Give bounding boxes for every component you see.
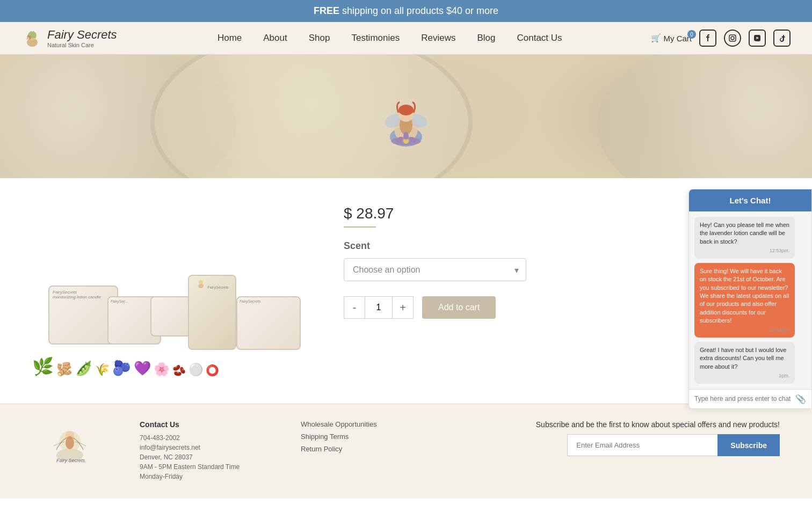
- spice-round: ⭕: [206, 364, 219, 377]
- instagram-icon[interactable]: [724, 30, 741, 47]
- nav-about[interactable]: About: [263, 33, 287, 43]
- price-divider: [344, 226, 376, 228]
- cart-badge: 0: [687, 30, 696, 39]
- chat-msg-text-3: Great! I have not but I would love extra…: [700, 347, 786, 370]
- footer-phone: 704-483-2002: [140, 434, 269, 442]
- quantity-input[interactable]: [365, 296, 392, 319]
- hero-section: [0, 55, 812, 178]
- cart-button[interactable]: 🛒 My Cart 0: [651, 33, 692, 43]
- berries-icon: 🫐: [112, 359, 131, 377]
- nav-reviews[interactable]: Reviews: [421, 33, 455, 43]
- subscribe-button[interactable]: Subscribe: [717, 434, 780, 456]
- footer-hours: 9AM - 5PM Eastern Standard Time: [140, 463, 269, 471]
- facebook-icon[interactable]: [699, 30, 716, 47]
- spice-stick: 🌾: [95, 363, 110, 377]
- nav-testimonies[interactable]: Testimonies: [351, 33, 400, 43]
- top-banner: FREE shipping on all products $40 or mor…: [0, 0, 812, 22]
- footer-link-shipping[interactable]: Shipping Terms: [301, 433, 397, 441]
- svg-point-18: [198, 284, 204, 288]
- subscribe-email-input[interactable]: [567, 434, 717, 456]
- logo-area: fs Fairy Secrets Natural Skin Care: [21, 27, 129, 49]
- site-header: fs Fairy Secrets Natural Skin Care Home …: [0, 22, 812, 55]
- footer-link-wholesale[interactable]: Wholesale Opportunities: [301, 420, 397, 428]
- svg-text:fs: fs: [27, 34, 31, 40]
- header-right: 🛒 My Cart 0: [651, 30, 791, 47]
- logo-title: Fairy Secrets: [47, 28, 117, 42]
- footer-contact-title: Contact Us: [140, 420, 269, 429]
- svg-point-5: [734, 36, 735, 36]
- subscribe-text: Subscribe and be the first to know about…: [536, 420, 780, 429]
- footer-link-returns[interactable]: Return Policy: [301, 445, 397, 453]
- svg-rect-3: [729, 35, 736, 41]
- herb-sprig: 🌿: [32, 356, 54, 377]
- footer-logo: Fairy Secrets Natural Skin Care: [32, 420, 107, 463]
- nav-blog[interactable]: Blog: [477, 33, 495, 43]
- svg-text:Fairy Secrets: Fairy Secrets: [56, 458, 85, 463]
- svg-point-12: [398, 105, 414, 115]
- banner-bold: FREE: [314, 5, 339, 16]
- footer-contact: Contact Us 704-483-2002 info@fairysecret…: [140, 420, 269, 482]
- footer-address: Denver, NC 28037: [140, 453, 269, 461]
- quantity-decrease-button[interactable]: -: [344, 296, 365, 319]
- quantity-increase-button[interactable]: +: [392, 296, 414, 319]
- tiktok-icon[interactable]: [773, 30, 791, 47]
- chat-message-1: Hey! Can you please tell me when the lav…: [694, 217, 795, 259]
- nav-contact-us[interactable]: Contact Us: [517, 33, 562, 43]
- chat-msg-text-1: Hey! Can you please tell me when the lav…: [700, 222, 789, 245]
- nav-home[interactable]: Home: [218, 33, 242, 43]
- footer-subscribe: Subscribe and be the first to know about…: [430, 420, 780, 456]
- attach-icon[interactable]: 📎: [795, 394, 806, 404]
- svg-point-17: [403, 132, 409, 140]
- vanilla-icon: 🫚: [56, 362, 73, 377]
- youtube-icon[interactable]: [749, 30, 766, 47]
- subscribe-row: Subscribe: [567, 434, 780, 456]
- chat-messages: Hey! Can you please tell me when the lav…: [689, 211, 811, 389]
- logo-subtitle: Natural Skin Care: [47, 42, 117, 48]
- chat-input-area: 📎: [689, 389, 811, 408]
- cart-icon: 🛒: [651, 33, 661, 43]
- footer-days: Monday-Friday: [140, 473, 269, 480]
- svg-point-23: [66, 436, 74, 449]
- hero-jar-right: [597, 55, 812, 178]
- product-image-area: FairySecretsmoisturizing lotion candle F…: [32, 200, 311, 382]
- chat-time-2: 12:54pm.: [700, 327, 789, 334]
- logo-icon: fs: [21, 27, 43, 49]
- chat-time-3: 1pm.: [700, 372, 789, 379]
- nav-shop[interactable]: Shop: [309, 33, 330, 43]
- footer-links: Wholesale Opportunities Shipping Terms R…: [301, 420, 397, 457]
- product-section: FairySecretsmoisturizing lotion candle F…: [0, 178, 812, 404]
- add-to-cart-button[interactable]: Add to cart: [422, 296, 496, 319]
- banner-rest: shipping on all products $40 or more: [339, 5, 498, 16]
- logo-text: Fairy Secrets Natural Skin Care: [47, 28, 117, 48]
- site-footer: Fairy Secrets Natural Skin Care Contact …: [0, 404, 812, 499]
- lavender-icon: 💜: [134, 360, 151, 377]
- scent-select[interactable]: Choose an option Lavender Vanilla Cinnam…: [344, 258, 526, 281]
- svg-point-19: [199, 280, 203, 284]
- chat-header: Let's Chat!: [689, 189, 811, 211]
- cinnamon-icon: 🫘: [172, 364, 186, 377]
- vanilla-pods: 🫛: [75, 360, 92, 377]
- product-jar-group: FairySecretsmoisturizing lotion candle F…: [32, 200, 301, 382]
- footer-logo-icon: Fairy Secrets Natural Skin Care: [46, 420, 94, 463]
- main-nav: Home About Shop Testimonies Reviews Blog…: [129, 33, 651, 43]
- botanical-display: 🌿 🫚 🫛 🌾 🫐 💜 🌸 🫘 ⚪ ⭕: [32, 318, 301, 382]
- purple-flower: 🌸: [154, 362, 170, 377]
- footer-email: info@fairysecrets.net: [140, 444, 269, 451]
- chat-message-3: Great! I have not but I would love extra…: [694, 342, 795, 384]
- chat-widget: Let's Chat! Hey! Can you please tell me …: [688, 189, 812, 409]
- chat-message-2: Sure thing! We will have it back on stoc…: [694, 263, 795, 338]
- nutmeg-icon: ⚪: [189, 363, 203, 377]
- chat-time-1: 12:53pm.: [700, 247, 789, 254]
- svg-point-4: [731, 36, 734, 40]
- fairy-figure: [379, 78, 433, 155]
- chat-input[interactable]: [694, 395, 795, 402]
- scent-select-wrapper: Choose an option Lavender Vanilla Cinnam…: [344, 258, 526, 281]
- chat-msg-text-2: Sure thing! We will have it back on stoc…: [700, 268, 789, 324]
